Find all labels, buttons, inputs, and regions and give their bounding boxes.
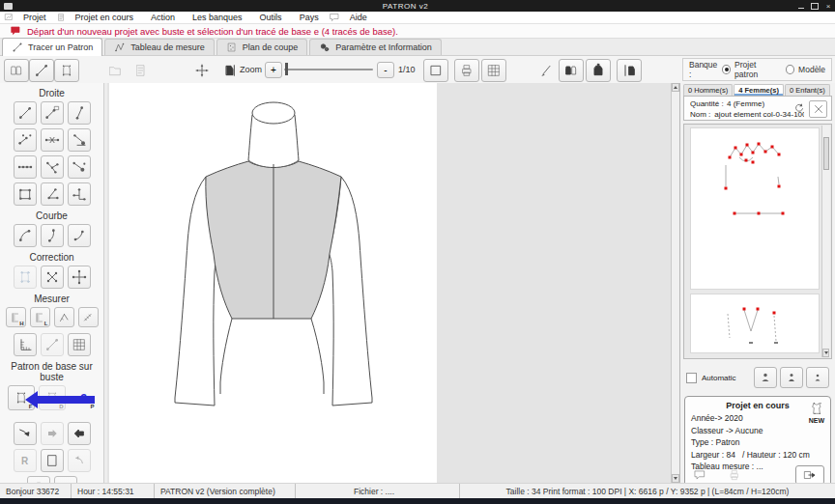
thumbnail-scrollbar[interactable]: [821, 126, 830, 357]
tool-grid[interactable]: [68, 333, 91, 356]
menu-les-banques[interactable]: Les banques: [185, 13, 250, 22]
refresh-icon[interactable]: [792, 101, 806, 115]
tab-enfants[interactable]: 0 Enfant(s): [785, 84, 830, 96]
bust-pair-icon: [9, 63, 24, 78]
speech-bubble-icon[interactable]: [693, 468, 706, 482]
zoom-in-button[interactable]: +: [265, 62, 282, 78]
segment-measure-icon: [82, 312, 94, 323]
bust-pair-icon: [563, 63, 579, 78]
tool-plus-points[interactable]: [68, 266, 91, 289]
grid-button[interactable]: [481, 59, 506, 82]
tool-step[interactable]: [68, 182, 91, 206]
tab-plan-de-coupe[interactable]: Plan de coupe: [216, 39, 308, 55]
grid-icon: [486, 63, 502, 78]
close-window-button[interactable]: ×: [821, 1, 835, 11]
pen-tool-button[interactable]: [533, 59, 559, 82]
woman-button[interactable]: [780, 367, 803, 388]
rect-icon: [44, 453, 60, 468]
export-button[interactable]: [795, 465, 824, 485]
tool-segment-points[interactable]: [14, 128, 37, 152]
bust-select-tool-button[interactable]: [54, 59, 79, 82]
zoom-slider-thumb[interactable]: [285, 63, 288, 75]
pattern-thumbnail[interactable]: [690, 294, 820, 353]
bank-panel: 0 Homme(s) 4 Femme(s) 0 Enfant(s) Quanti…: [679, 83, 835, 483]
tool-angle[interactable]: [41, 182, 64, 206]
zoom-out-button[interactable]: -: [377, 62, 394, 78]
tool-curve-3[interactable]: [68, 224, 91, 247]
square-icon: [428, 63, 444, 78]
tool-horizontal-points[interactable]: [14, 155, 37, 179]
type-value: Patron: [716, 437, 740, 447]
rect-select-button[interactable]: [41, 449, 64, 472]
pen-icon: [538, 63, 554, 78]
tool-branch[interactable]: [41, 155, 64, 179]
bust-pair-tool-button[interactable]: [4, 59, 29, 82]
tool-measure-angle[interactable]: [54, 307, 74, 327]
segment-icon: [17, 105, 33, 121]
status-greeting: Bonjour 33672: [0, 484, 72, 499]
man-button[interactable]: [754, 367, 777, 388]
move-tool-button[interactable]: [189, 59, 215, 82]
pattern-thumbnail[interactable]: [690, 127, 820, 290]
arrow-right-icon: [44, 426, 60, 441]
tool-segment-steep[interactable]: [68, 101, 91, 125]
print-button[interactable]: [454, 59, 479, 82]
radio-modele[interactable]: [786, 65, 794, 74]
measure-tab-icon: [114, 42, 126, 53]
tool-measure-segment[interactable]: [78, 307, 99, 327]
zoom-slider-track[interactable]: [284, 69, 373, 70]
bust-display-button[interactable]: [216, 59, 242, 82]
zoom-value: 1/10: [398, 65, 416, 74]
page-frame-button[interactable]: [423, 59, 448, 82]
radio-projet-patron[interactable]: [722, 65, 731, 74]
tool-correction-bust[interactable]: [14, 266, 37, 289]
tab-tracer-un-patron[interactable]: Tracer un Patron: [2, 38, 102, 56]
menu-outils[interactable]: Outils: [252, 13, 290, 22]
tool-corner-point[interactable]: [68, 128, 91, 152]
scroll-up-icon[interactable]: [672, 83, 679, 92]
menu-aide[interactable]: Aide: [342, 13, 375, 22]
menu-projet-en-cours[interactable]: Projet en cours: [68, 13, 142, 22]
menu-pays[interactable]: Pays: [292, 13, 327, 22]
tool-segment[interactable]: [14, 101, 37, 125]
tool-cross-points[interactable]: [41, 266, 64, 289]
garment-button[interactable]: [586, 59, 611, 82]
garment-pair-button[interactable]: [559, 59, 584, 82]
tool-measure-h[interactable]: H: [6, 307, 26, 327]
tool-star-line[interactable]: [41, 128, 64, 152]
section-droite: Droite: [0, 88, 103, 98]
child-button[interactable]: [806, 367, 829, 388]
automatic-checkbox[interactable]: [686, 373, 697, 383]
curve-icon: [72, 228, 87, 243]
bust-dark-icon: [221, 63, 237, 78]
nav-draw-arrow-button[interactable]: [14, 422, 37, 445]
canvas-vertical-scrollbar[interactable]: [671, 83, 679, 483]
nav-back-button[interactable]: [68, 422, 91, 445]
tool-segment-big-point[interactable]: [68, 155, 91, 179]
man-icon: [760, 372, 771, 383]
tool-ruler[interactable]: [14, 333, 37, 356]
drawing-canvas[interactable]: [104, 83, 679, 483]
tab-hommes[interactable]: 0 Homme(s): [683, 84, 733, 96]
scroll-down-icon[interactable]: [822, 349, 829, 357]
scroll-down-icon[interactable]: [672, 474, 679, 483]
segment-big-point-icon: [72, 159, 87, 175]
menu-projet[interactable]: Projet: [15, 13, 54, 22]
tool-segment-annotated[interactable]: [41, 101, 64, 125]
bank-label: Banque :: [689, 60, 718, 79]
menu-action[interactable]: Action: [143, 13, 183, 22]
tool-curve-2[interactable]: [41, 224, 64, 247]
tool-measure-l[interactable]: L: [30, 307, 50, 327]
tab-label: Paramètre et Information: [335, 42, 432, 52]
tool-curve-1[interactable]: [14, 224, 37, 247]
tab-tableau-de-mesure[interactable]: Tableau de mesure: [104, 39, 215, 55]
minimize-button[interactable]: [794, 1, 808, 11]
garment-flag-button[interactable]: [617, 59, 642, 82]
scrollbar-thumb[interactable]: [823, 137, 829, 170]
tab-parametre-information[interactable]: Paramètre et Information: [309, 39, 442, 55]
maximize-button[interactable]: [808, 1, 821, 11]
tab-femmes[interactable]: 4 Femme(s): [734, 84, 784, 96]
tool-rectangle[interactable]: [14, 182, 37, 206]
line-tool-button[interactable]: [29, 59, 54, 82]
close-element-button[interactable]: [809, 100, 827, 118]
